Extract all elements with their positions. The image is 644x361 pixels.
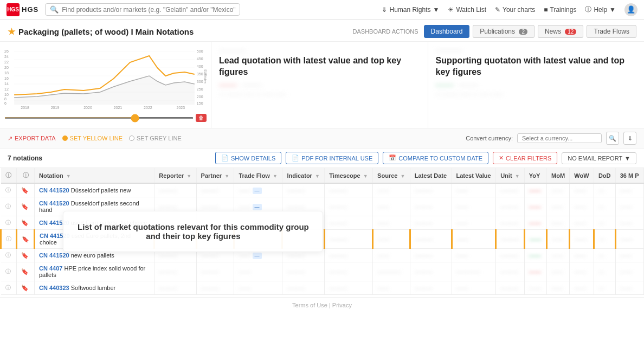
nav-watch-list[interactable]: ☀ Watch List xyxy=(448,6,486,14)
table-row: ⓘ 🔖 CN 441520 Düsseldorf pallets new ———… xyxy=(1,183,644,197)
compare-button[interactable]: 📅 COMPARE TO CUSTOM DATE xyxy=(383,152,488,164)
info-icon: ⓘ xyxy=(5,285,11,291)
user-avatar[interactable]: 👤 xyxy=(624,3,637,16)
row5-info[interactable]: ⓘ xyxy=(1,249,17,262)
currency-select[interactable] xyxy=(517,133,602,143)
col-reporter-header[interactable]: Reporter ▼ xyxy=(154,168,196,183)
currency-converter: Convert currency: 🔍 ⇓ xyxy=(466,132,636,145)
download-chart-button[interactable]: ⇓ xyxy=(623,132,636,145)
download-icon: ⇓ xyxy=(628,135,633,142)
row5-latestdate: ——— xyxy=(410,249,452,262)
col-latestdate-header: Latest Date xyxy=(410,168,452,183)
row6-info[interactable]: ⓘ xyxy=(1,262,17,281)
logo: HGS HGS xyxy=(7,3,38,16)
logo-text: HGS xyxy=(22,5,38,14)
show-details-button[interactable]: 📄 SHOW DETAILS xyxy=(215,152,281,164)
search-currency-button[interactable]: 🔍 xyxy=(606,132,619,145)
col-notation-header[interactable]: Notation ▼ xyxy=(35,168,154,183)
row2-bookmark[interactable]: 🔖 xyxy=(17,197,35,216)
col-tradeflow-header[interactable]: Trade Flow ▼ xyxy=(234,168,282,183)
row4-info[interactable]: ⓘ xyxy=(1,230,17,249)
tab-dashboard[interactable]: Dashboard xyxy=(424,25,470,38)
row7-bookmark[interactable]: 🔖 xyxy=(17,281,35,295)
indicator-filter-icon[interactable]: ▼ xyxy=(315,173,320,179)
row6-bookmark[interactable]: 🔖 xyxy=(17,262,35,281)
price-card-supporting-values: ——— ——— xyxy=(436,81,637,89)
timescope-filter-icon[interactable]: ▼ xyxy=(363,173,368,179)
col-unit-header[interactable]: Unit ▼ xyxy=(496,168,525,183)
col-timescope-header[interactable]: Timescope ▼ xyxy=(325,168,373,183)
col-partner-header[interactable]: Partner ▼ xyxy=(196,168,234,183)
table-info-overlay: List of market quotations relevant for t… xyxy=(63,211,323,252)
row1-tag: — xyxy=(253,188,262,194)
bookmark-icon: 🔖 xyxy=(21,187,29,194)
price-card-supporting-value2: ——— xyxy=(459,81,479,89)
col-indicator-header[interactable]: Indicator ▼ xyxy=(282,168,325,183)
source-filter-icon[interactable]: ▼ xyxy=(400,173,405,179)
tab-news[interactable]: News 12 xyxy=(538,25,583,38)
set-grey-line-button[interactable]: SET GREY LINE xyxy=(129,135,182,141)
row4-mom: —— xyxy=(547,230,570,249)
search-bar[interactable]: 🔍 xyxy=(45,3,240,16)
nav-human-rights[interactable]: ⇓ Human Rights ▼ xyxy=(382,6,439,14)
notation-filter-icon[interactable]: ▼ xyxy=(66,173,71,179)
svg-text:2020: 2020 xyxy=(83,106,92,109)
row4-unit: ——— xyxy=(496,230,525,249)
svg-text:EUR/cbm: EUR/cbm xyxy=(204,69,207,83)
tab-trade-flows[interactable]: Trade Flows xyxy=(587,25,636,38)
row1-bookmark[interactable]: 🔖 xyxy=(17,183,35,197)
search-input[interactable] xyxy=(62,6,235,14)
page-title-bar: ★ Packaging (pallets; of wood) I Main No… xyxy=(0,20,644,42)
tab-publications[interactable]: Publications 2 xyxy=(473,25,534,38)
clear-filters-button[interactable]: ✕ CLEAR FILTERS xyxy=(493,152,557,164)
col-info-header: ⓘ xyxy=(1,168,17,183)
table-container: List of market quotations relevant for t… xyxy=(0,168,644,295)
row6-partner: ——— xyxy=(196,262,234,281)
row1-info[interactable]: ⓘ xyxy=(1,183,17,197)
row7-notation: CN 440323 Softwood lumber xyxy=(35,281,154,295)
row3-info[interactable]: ⓘ xyxy=(1,216,17,230)
row7-indicator: ——— xyxy=(282,281,325,295)
row2-wow: —— xyxy=(570,197,594,216)
export-data-button[interactable]: ↗ EXPORT DATA xyxy=(8,135,56,142)
tradeflow-filter-icon[interactable]: ▼ xyxy=(273,173,278,179)
star-icon[interactable]: ★ xyxy=(8,27,15,37)
info-icon: ⓘ xyxy=(5,203,11,209)
row5-bookmark[interactable]: 🔖 xyxy=(17,249,35,262)
row4-bookmark[interactable]: 🔖 xyxy=(17,230,35,249)
row2-unit: ——— xyxy=(496,197,525,216)
row4-latestvalue: —— xyxy=(452,230,496,249)
email-report-dropdown[interactable]: NO EMAIL REPORT ▼ xyxy=(562,152,636,164)
dashboard-actions-label: DASHBOARD ACTIONS xyxy=(353,28,418,35)
row3-unit: ——— xyxy=(496,216,525,230)
privacy-link[interactable]: Privacy xyxy=(332,302,352,308)
row7-latestdate: ——— xyxy=(410,281,452,295)
chart-range-slider[interactable] xyxy=(4,117,194,119)
row7-name: Softwood lumber xyxy=(71,285,116,291)
chart-trash-button[interactable]: 🗑 xyxy=(196,114,207,122)
row7-info[interactable]: ⓘ xyxy=(1,281,17,295)
table-info-text: List of market quotations relevant for t… xyxy=(78,222,309,241)
bookmark-icon: 🔖 xyxy=(21,285,29,291)
nav-human-rights-label: Human Rights xyxy=(389,6,430,14)
nav-your-charts[interactable]: ✎ Your charts xyxy=(495,6,535,14)
notation-col-label: Notation xyxy=(39,172,63,179)
row3-yoy: —— xyxy=(524,216,546,230)
nav-help[interactable]: ⓘ Help ▼ xyxy=(585,5,616,14)
nav-trainings[interactable]: ■ Trainings xyxy=(544,6,576,14)
info-icon: ⓘ xyxy=(5,187,11,193)
pdf-button[interactable]: 📄 PDF FOR INTERNAL USE xyxy=(286,152,378,164)
row2-info[interactable]: ⓘ xyxy=(1,197,17,216)
reporter-filter-icon[interactable]: ▼ xyxy=(186,173,191,179)
clear-filters-label: CLEAR FILTERS xyxy=(506,155,551,162)
row3-bookmark[interactable]: 🔖 xyxy=(17,216,35,230)
unit-filter-icon[interactable]: ▼ xyxy=(515,173,520,179)
partner-filter-icon[interactable]: ▼ xyxy=(224,173,229,179)
col-source-header[interactable]: Source ▼ xyxy=(373,168,410,183)
row1-name: Düsseldorf pallets new xyxy=(71,187,131,194)
set-yellow-line-button[interactable]: SET YELLOW LINE xyxy=(62,135,123,141)
source-col-label: Source xyxy=(377,172,397,179)
row1-latestdate: ——— xyxy=(410,183,452,197)
terms-link[interactable]: Terms of Use xyxy=(292,302,327,308)
bookmark-icon: 🔖 xyxy=(22,236,29,242)
